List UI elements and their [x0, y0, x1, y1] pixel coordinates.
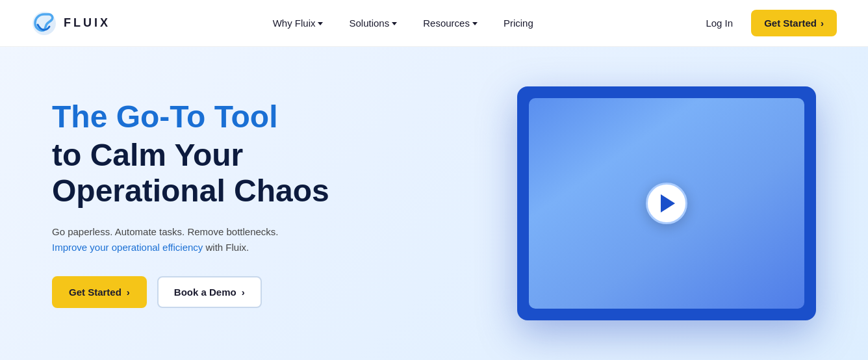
- chevron-down-icon: [318, 22, 323, 25]
- hero-subtitle-suffix: with Fluix.: [203, 242, 249, 253]
- play-button[interactable]: [646, 183, 687, 224]
- hero-subtitle-plain: Go paperless. Automate tasks. Remove bot…: [52, 226, 279, 237]
- video-container: [517, 86, 816, 320]
- video-inner: [529, 98, 804, 309]
- nav-label-pricing: Pricing: [504, 18, 533, 29]
- navigation: FLUIX Why Fluix Solutions Resources Pric…: [0, 0, 868, 47]
- book-demo-label: Book a Demo: [174, 287, 236, 298]
- hero-content: The Go-To Tool to Calm Your Operational …: [52, 99, 390, 309]
- hero-visual: [390, 86, 816, 320]
- hero-title-line1: The Go-To Tool: [52, 99, 364, 135]
- nav-item-solutions[interactable]: Solutions: [338, 12, 407, 34]
- nav-item-why-fluix[interactable]: Why Fluix: [262, 12, 334, 34]
- get-started-hero-label: Get Started: [69, 287, 121, 298]
- hero-section: The Go-To Tool to Calm Your Operational …: [0, 47, 868, 360]
- hero-title-line2: to Calm Your: [52, 138, 243, 172]
- nav-item-pricing[interactable]: Pricing: [493, 12, 544, 34]
- get-started-nav-button[interactable]: Get Started ›: [751, 10, 837, 36]
- nav-label-resources: Resources: [423, 18, 470, 29]
- logo-wordmark: FLUIX: [64, 16, 110, 30]
- nav-actions: Log In Get Started ›: [695, 10, 837, 36]
- hero-efficiency-link[interactable]: Improve your operational efficiency: [52, 242, 203, 253]
- nav-item-resources[interactable]: Resources: [413, 12, 488, 34]
- logo[interactable]: FLUIX: [31, 10, 110, 36]
- hero-buttons: Get Started › Book a Demo ›: [52, 276, 364, 308]
- hero-subtitle: Go paperless. Automate tasks. Remove bot…: [52, 224, 364, 255]
- play-icon: [661, 194, 675, 212]
- get-started-nav-label: Get Started: [764, 18, 817, 29]
- get-started-hero-arrow: ›: [127, 287, 130, 298]
- hero-title-lines23: to Calm Your Operational Chaos: [52, 137, 364, 209]
- chevron-down-icon: [392, 22, 397, 25]
- get-started-nav-arrow: ›: [821, 18, 824, 29]
- get-started-hero-button[interactable]: Get Started ›: [52, 276, 147, 308]
- login-button[interactable]: Log In: [695, 12, 743, 34]
- book-demo-button[interactable]: Book a Demo ›: [157, 276, 262, 308]
- book-demo-arrow: ›: [242, 287, 245, 298]
- hero-title-line3: Operational Chaos: [52, 174, 329, 208]
- nav-label-why-fluix: Why Fluix: [273, 18, 316, 29]
- logo-icon: [31, 10, 57, 36]
- nav-links: Why Fluix Solutions Resources Pricing: [262, 12, 544, 34]
- chevron-down-icon: [472, 22, 478, 25]
- nav-label-solutions: Solutions: [349, 18, 389, 29]
